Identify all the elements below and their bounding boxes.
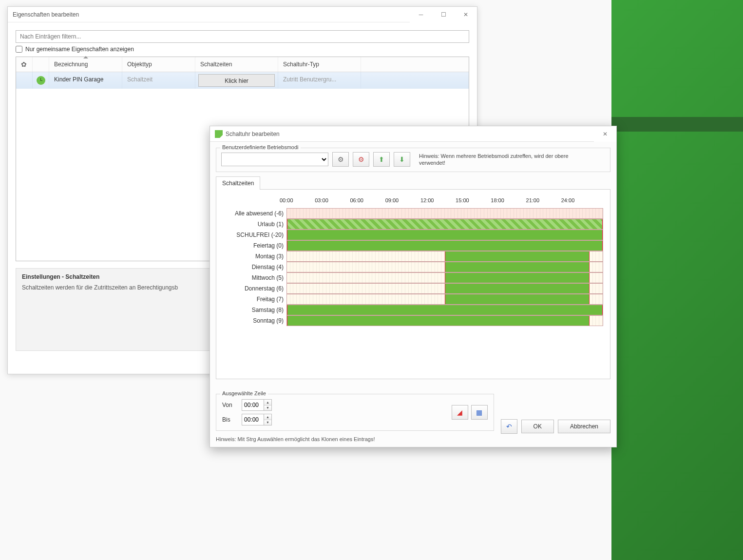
icon-column[interactable]: [33, 57, 49, 72]
axis-tick: 18:00: [491, 197, 526, 208]
schedule-row[interactable]: [286, 230, 603, 240]
modes-select[interactable]: [221, 153, 328, 166]
close-button[interactable]: ✕: [455, 7, 477, 22]
schedule-chart[interactable]: Alle abwesend (-6)Urlaub (1)SCHULFREI (-…: [223, 197, 603, 326]
schedule-segment[interactable]: [445, 251, 590, 261]
schedule-segment[interactable]: [287, 241, 603, 251]
shared-props-label: Nur gemeinsame Eigenschaften anzeigen: [25, 46, 134, 53]
bis-input[interactable]: [242, 414, 264, 425]
schedule-row[interactable]: [286, 315, 603, 326]
von-input[interactable]: [242, 400, 264, 410]
axis-tick: 06:00: [350, 197, 385, 208]
axis-tick: 03:00: [315, 197, 350, 208]
title-bar: Eigenschaften bearbeiten ─ ☐ ✕: [8, 7, 477, 22]
shared-props-checkbox[interactable]: [16, 46, 22, 53]
minimize-button[interactable]: ─: [410, 7, 432, 22]
cancel-button[interactable]: Abbrechen: [558, 420, 610, 433]
row-label: Alle abwesend (-6): [223, 208, 286, 219]
ok-button[interactable]: OK: [521, 420, 554, 433]
erase-button[interactable]: ◢: [452, 405, 468, 420]
clock-icon: [37, 76, 45, 85]
settings-column[interactable]: [16, 57, 33, 72]
modes-group: Benutzerdefinierte Betriebsmodi ⚙ ⚙ ⬆ ⬇ …: [216, 148, 610, 172]
row-label: SCHULFREI (-20): [223, 230, 286, 240]
window-title: Schaltuhr bearbeiten: [226, 131, 280, 137]
schedule-segment[interactable]: [287, 230, 603, 240]
column-schaltzeiten[interactable]: Schaltzeiten: [195, 57, 278, 72]
click-here-button[interactable]: Klick hier: [198, 74, 275, 87]
schedule-segment[interactable]: [287, 219, 603, 229]
column-schaltuhrtyp[interactable]: Schaltuhr-Typ: [278, 57, 361, 72]
row-label: Freitag (7): [223, 294, 286, 305]
arrow-up-icon: ⬆: [379, 155, 384, 163]
tab-schaltzeiten[interactable]: Schaltzeiten: [216, 176, 260, 190]
select-icon: ▦: [476, 408, 482, 416]
row-label: Dienstag (4): [223, 262, 286, 272]
maximize-button[interactable]: ☐: [432, 7, 455, 22]
selected-row-group: Ausgewählte Zeile Von ▲▼ Bis ▲▼: [216, 394, 494, 431]
row-label: Mittwoch (5): [223, 272, 286, 283]
schedule-segment[interactable]: [287, 316, 590, 326]
schedule-row[interactable]: [286, 283, 603, 294]
gear-plus-icon: ⚙: [338, 155, 344, 163]
app-icon: [215, 130, 223, 138]
schedule-row[interactable]: [286, 219, 603, 230]
axis-tick: 21:00: [526, 197, 561, 208]
modes-legend: Benutzerdefinierte Betriebsmodi: [220, 144, 301, 150]
column-bezeichnung[interactable]: Bezeichnung: [49, 57, 122, 72]
row-label: Feiertag (0): [223, 240, 286, 251]
gear-minus-icon: ⚙: [358, 155, 364, 163]
table-row[interactable]: Kinder PIN Garage Schaltzeit Klick hier …: [16, 72, 469, 89]
clone-hint: Hinweis: Mit Strg Auswählen ermöglicht d…: [216, 434, 610, 442]
schedule-row[interactable]: [286, 294, 603, 305]
cell-timer-type: Zutritt Benutzergru...: [278, 72, 361, 89]
axis-tick: 09:00: [385, 197, 420, 208]
arrow-down-icon: ⬇: [399, 155, 405, 163]
axis-tick: 12:00: [420, 197, 456, 208]
schedule-segment[interactable]: [445, 284, 590, 293]
column-objekttyp[interactable]: Objekttyp: [122, 57, 195, 72]
close-button[interactable]: ✕: [594, 126, 616, 142]
spin-down-icon[interactable]: ▼: [264, 420, 271, 425]
schedule-segment[interactable]: [445, 262, 590, 272]
select-all-button[interactable]: ▦: [471, 405, 488, 420]
eraser-icon: ◢: [457, 408, 462, 416]
timer-edit-dialog: Schaltuhr bearbeiten ✕ Benutzerdefiniert…: [210, 126, 617, 447]
row-label: Sonntag (9): [223, 315, 286, 326]
schedule-row[interactable]: [286, 208, 603, 219]
row-label: Montag (3): [223, 251, 286, 262]
modes-hint: Hinweis: Wenn mehrere Betriebsmodi zutre…: [419, 153, 585, 167]
bis-spinner[interactable]: ▲▼: [242, 414, 272, 425]
schedule-segment[interactable]: [287, 305, 603, 315]
schedule-segment[interactable]: [445, 294, 590, 304]
undo-button[interactable]: ↶: [501, 419, 517, 434]
remove-mode-button[interactable]: ⚙: [353, 152, 369, 167]
von-spinner[interactable]: ▲▼: [242, 399, 272, 411]
schedule-row[interactable]: [286, 272, 603, 283]
spin-up-icon[interactable]: ▲: [264, 414, 271, 420]
spin-down-icon[interactable]: ▼: [264, 405, 271, 411]
schedule-row[interactable]: [286, 262, 603, 272]
bis-label: Bis: [222, 416, 237, 423]
row-label: Urlaub (1): [223, 219, 286, 230]
axis-tick: 24:00: [561, 197, 596, 208]
add-mode-button[interactable]: ⚙: [332, 152, 349, 167]
schedule-row[interactable]: [286, 251, 603, 262]
schedule-segment[interactable]: [445, 273, 590, 283]
schedule-row[interactable]: [286, 305, 603, 315]
spin-up-icon[interactable]: ▲: [264, 400, 271, 405]
cell-type: Schaltzeit: [122, 72, 195, 89]
cell-name: Kinder PIN Garage: [49, 72, 122, 89]
row-label: Donnerstag (6): [223, 283, 286, 294]
schedule-row[interactable]: [286, 240, 603, 251]
von-label: Von: [222, 402, 237, 408]
selected-row-legend: Ausgewählte Zeile: [220, 390, 268, 396]
move-up-button[interactable]: ⬆: [373, 152, 390, 167]
axis-tick: 00:00: [280, 197, 315, 208]
move-down-button[interactable]: ⬇: [394, 152, 410, 167]
gear-icon: [21, 61, 27, 68]
undo-icon: ↶: [506, 423, 512, 430]
window-title: Eigenschaften bearbeiten: [13, 11, 79, 18]
filter-input[interactable]: [16, 30, 469, 43]
axis-tick: 15:00: [456, 197, 491, 208]
